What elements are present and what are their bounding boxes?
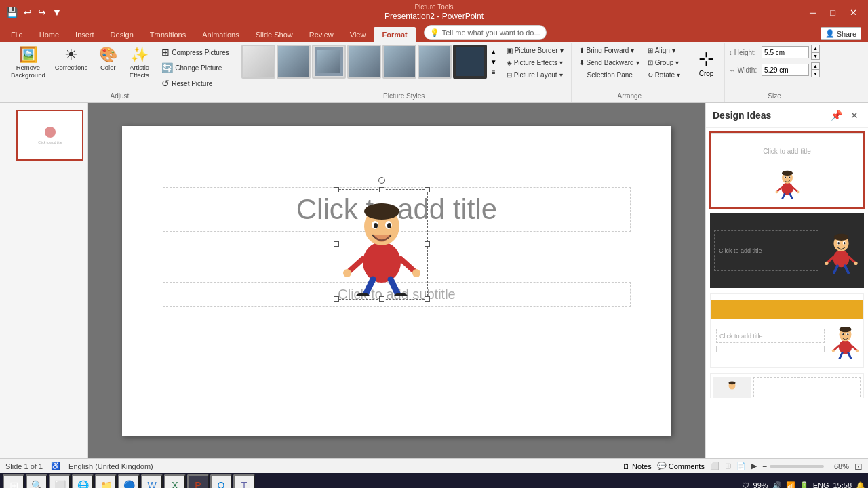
tab-insert[interactable]: Insert — [67, 27, 102, 42]
style-5[interactable] — [382, 45, 416, 79]
chrome-button[interactable]: 🔵 — [118, 474, 140, 488]
maximize-button[interactable]: □ — [823, 0, 842, 24]
tab-view[interactable]: View — [342, 27, 374, 42]
handle-tc[interactable] — [379, 187, 384, 192]
compress-pictures-button[interactable]: ⊞ Compress Pictures — [158, 45, 232, 60]
minimize-button[interactable]: ─ — [803, 0, 823, 24]
comments-icon: 💬 — [657, 462, 667, 470]
cartoon-image[interactable] — [336, 177, 428, 300]
tell-me-input[interactable]: 💡 Tell me what you want to do... — [424, 25, 547, 40]
picture-border-button[interactable]: ▣ Picture Border ▾ — [503, 45, 567, 56]
view-sorter-icon[interactable]: ⊞ — [725, 462, 731, 470]
start-button[interactable]: ⊞ — [3, 474, 24, 488]
style-7[interactable] — [453, 45, 487, 79]
design-idea-3[interactable]: Click to add title — [709, 292, 865, 369]
handle-tl[interactable] — [334, 187, 339, 192]
group-button[interactable]: ⊡ Group ▾ — [644, 57, 684, 68]
color-button[interactable]: 🎨 Color — [93, 45, 123, 74]
design-idea-4[interactable] — [709, 372, 865, 399]
style-4[interactable] — [347, 45, 381, 79]
width-up-arrow[interactable]: ▲ — [811, 62, 820, 70]
zoom-in-button[interactable]: + — [827, 462, 831, 471]
design-idea-2[interactable]: Click to add title — [709, 212, 865, 289]
selection-pane-button[interactable]: ☰ Selection Pane — [576, 69, 643, 81]
picture-effects-button[interactable]: ◈ Picture Effects ▾ — [503, 57, 567, 68]
tab-format[interactable]: Format — [374, 27, 415, 42]
border-icon: ▣ — [507, 47, 513, 54]
tab-review[interactable]: Review — [301, 27, 342, 42]
selection-pane-icon: ☰ — [579, 71, 585, 79]
outlook-button[interactable]: O — [210, 474, 232, 488]
handle-ml[interactable] — [334, 241, 339, 247]
width-down-arrow[interactable]: ▼ — [811, 70, 820, 77]
send-backward-button[interactable]: ⬇ Send Backward ▾ — [576, 57, 643, 68]
handle-br[interactable] — [425, 296, 430, 302]
explorer-button[interactable]: 📁 — [95, 474, 117, 488]
style-6[interactable] — [418, 45, 452, 79]
change-picture-button[interactable]: 🔄 Change Picture — [158, 60, 232, 75]
view-slideshow-icon[interactable]: ▶ — [751, 462, 757, 470]
picture-layout-button[interactable]: ⊟ Picture Layout ▾ — [503, 69, 567, 81]
tab-transitions[interactable]: Transitions — [142, 27, 194, 42]
corrections-button[interactable]: ☀ Corrections — [51, 45, 92, 74]
svg-point-5 — [364, 203, 399, 220]
tab-home[interactable]: Home — [31, 27, 67, 42]
powerpoint-taskbar-button[interactable]: P — [187, 474, 209, 488]
design-panel-pin-button[interactable]: 📌 — [828, 108, 845, 122]
notification-icon: 🔔 — [856, 481, 865, 489]
tab-file[interactable]: File — [3, 27, 31, 42]
share-button[interactable]: 👤 Share — [821, 27, 861, 40]
style-3[interactable] — [312, 45, 346, 79]
remove-background-button[interactable]: 🖼️ RemoveBackground — [7, 45, 50, 82]
style-2[interactable] — [277, 45, 311, 79]
align-button[interactable]: ⊞ Align ▾ — [644, 45, 684, 56]
canvas-area[interactable]: Click to add title Click to add subtitle — [88, 103, 705, 458]
tab-design[interactable]: Design — [102, 27, 142, 42]
close-button[interactable]: ✕ — [843, 0, 864, 24]
notes-button[interactable]: 🗒 Notes — [623, 462, 652, 470]
width-input[interactable] — [762, 64, 809, 76]
artistic-effects-button[interactable]: ✨ ArtisticEffects — [124, 45, 154, 82]
undo-button[interactable]: ↩ — [22, 5, 34, 19]
tab-animations[interactable]: Animations — [194, 27, 247, 42]
handle-bc[interactable] — [379, 296, 384, 302]
height-input[interactable] — [762, 46, 809, 58]
word-button[interactable]: W — [141, 474, 163, 488]
slide-thumbnail[interactable]: Click to add title — [16, 110, 83, 161]
crop-button[interactable]: ⊹ Crop — [692, 45, 720, 80]
edge-button[interactable]: 🌐 — [72, 474, 94, 488]
redo-button[interactable]: ↪ — [36, 5, 48, 19]
remove-bg-label: RemoveBackground — [11, 64, 45, 79]
task-view-button[interactable]: ⬜ — [49, 474, 71, 488]
zoom-slider[interactable] — [770, 465, 824, 468]
rotate-button[interactable]: ↻ Rotate ▾ — [644, 69, 684, 81]
slide-canvas[interactable]: Click to add title Click to add subtitle — [122, 126, 671, 436]
handle-mr[interactable] — [425, 241, 430, 247]
view-normal-icon[interactable]: ⬜ — [710, 462, 719, 470]
teams-button[interactable]: T — [233, 474, 255, 488]
gallery-down-arrow[interactable]: ▼ — [488, 57, 499, 67]
svg-point-58 — [729, 381, 736, 384]
bring-forward-button[interactable]: ⬆ Bring Forward ▾ — [576, 45, 643, 56]
style-1[interactable] — [241, 45, 275, 79]
handle-tr[interactable] — [425, 187, 430, 192]
gallery-more-arrow[interactable]: ≡ — [488, 67, 499, 77]
fit-page-icon[interactable]: ⊡ — [854, 461, 863, 472]
save-button[interactable]: 💾 — [4, 5, 20, 19]
gallery-up-arrow[interactable]: ▲ — [488, 47, 499, 57]
excel-button[interactable]: X — [164, 474, 186, 488]
handle-bl[interactable] — [334, 296, 339, 302]
rotation-handle[interactable] — [378, 177, 385, 184]
design-idea-1[interactable]: Click to add title — [709, 131, 865, 209]
customize-quick-access[interactable]: ▼ — [50, 5, 64, 19]
adjust-label: Adjust — [110, 92, 129, 101]
height-down-arrow[interactable]: ▼ — [811, 52, 820, 60]
reset-picture-button[interactable]: ↺ Reset Picture — [158, 76, 232, 91]
height-up-arrow[interactable]: ▲ — [811, 45, 820, 52]
view-reading-icon[interactable]: 📄 — [736, 462, 746, 470]
tab-slideshow[interactable]: Slide Show — [248, 27, 301, 42]
design-panel-close-button[interactable]: ✕ — [848, 108, 861, 122]
comments-button[interactable]: 💬 Comments — [657, 462, 705, 470]
search-button[interactable]: 🔍 — [26, 474, 47, 488]
zoom-out-button[interactable]: − — [762, 462, 767, 471]
